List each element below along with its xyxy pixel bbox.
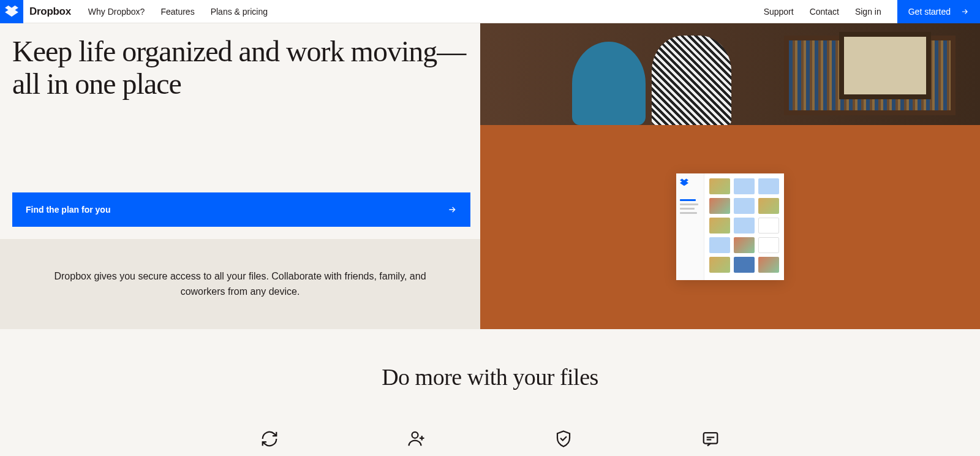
product-ui-mockup — [676, 173, 784, 280]
dropbox-logo-icon — [680, 178, 688, 187]
mockup-nav-line — [680, 199, 696, 201]
mockup-tile — [758, 198, 779, 214]
feature-icons-row — [0, 430, 980, 448]
get-started-label: Get started — [908, 7, 951, 17]
hero-section: Keep life organized and work moving—all … — [0, 23, 980, 329]
hero-photo — [480, 23, 980, 125]
get-started-button[interactable]: Get started — [897, 0, 980, 23]
hero-left: Keep life organized and work moving—all … — [0, 23, 480, 329]
features-title: Do more with your files — [0, 363, 980, 390]
find-plan-label: Find the plan for you — [26, 205, 110, 215]
brand-name[interactable]: Dropbox — [29, 6, 71, 18]
mockup-tile — [709, 218, 730, 234]
header: Dropbox Why Dropbox? Features Plans & pr… — [0, 0, 980, 23]
arrow-right-icon — [447, 205, 457, 215]
nav-plans-pricing[interactable]: Plans & pricing — [211, 7, 268, 17]
mockup-nav-line — [680, 203, 698, 205]
nav-contact[interactable]: Contact — [810, 7, 839, 17]
chat-icon — [701, 430, 720, 448]
mockup-tile — [734, 218, 755, 234]
person-add-icon — [407, 430, 426, 448]
nav-primary: Why Dropbox? Features Plans & pricing — [88, 7, 268, 17]
mockup-tile — [758, 178, 779, 194]
nav-features[interactable]: Features — [160, 7, 194, 17]
nav-sign-in[interactable]: Sign in — [855, 7, 881, 17]
nav-support[interactable]: Support — [764, 7, 794, 17]
hero-heading: Keep life organized and work moving—all … — [12, 36, 468, 101]
shield-check-icon — [554, 430, 573, 448]
mockup-tile — [758, 257, 779, 273]
svg-point-0 — [412, 432, 418, 438]
hero-brown-panel — [480, 125, 980, 329]
svg-rect-1 — [704, 433, 718, 444]
mockup-tile — [758, 218, 779, 234]
mockup-tile — [734, 257, 755, 273]
mockup-tile — [734, 178, 755, 194]
mockup-tile — [709, 257, 730, 273]
sync-icon — [260, 430, 279, 448]
nav-why-dropbox[interactable]: Why Dropbox? — [88, 7, 145, 17]
mockup-tile — [758, 237, 779, 253]
picture-frame-decoration — [839, 32, 931, 99]
features-section: Do more with your files — [0, 329, 980, 456]
mockup-tile — [709, 198, 730, 214]
mockup-file-grid — [704, 173, 784, 280]
mockup-nav-line — [680, 212, 697, 214]
mockup-tile — [709, 178, 730, 194]
mockup-nav-line — [680, 208, 695, 210]
mockup-tile — [709, 237, 730, 253]
arrow-right-icon — [960, 7, 969, 16]
hero-description: Dropbox gives you secure access to all y… — [37, 268, 443, 300]
nav-secondary: Support Contact Sign in Get started — [764, 0, 980, 23]
mockup-tile — [734, 237, 755, 253]
mockup-sidebar — [676, 173, 704, 280]
dropbox-logo-icon[interactable] — [0, 0, 23, 23]
find-plan-button[interactable]: Find the plan for you — [12, 192, 470, 227]
mockup-tile — [734, 198, 755, 214]
hero-right — [480, 23, 980, 329]
